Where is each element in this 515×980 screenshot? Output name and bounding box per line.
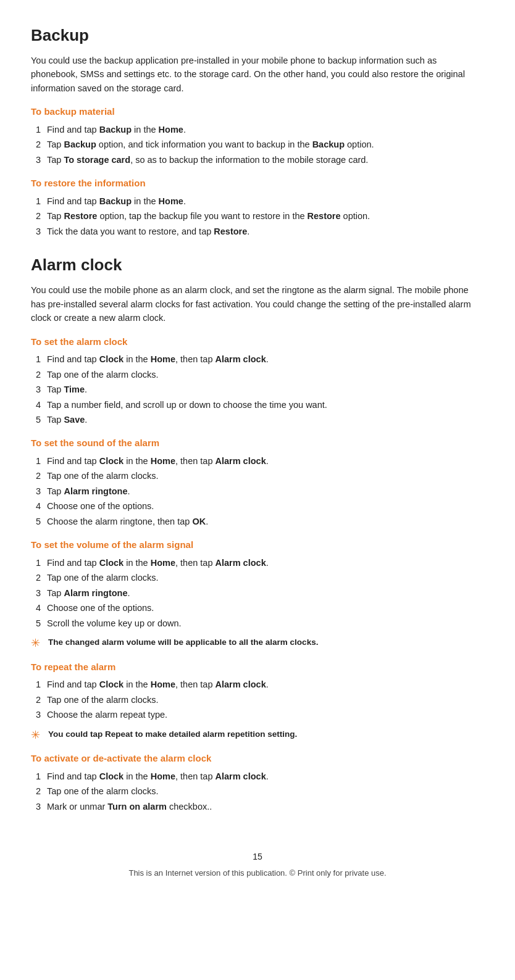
tip-text: You could tap Repeat to make detailed al…	[48, 728, 297, 741]
alarm-title: Alarm clock	[31, 253, 484, 277]
list-item: 1Find and tap Backup in the Home.	[31, 194, 484, 208]
set-alarm-clock-steps: 1Find and tap Clock in the Home, then ta…	[31, 352, 484, 426]
list-item: 5Choose the alarm ringtone, then tap OK.	[31, 515, 484, 528]
activate-alarm-heading: To activate or de-activate the alarm clo…	[31, 752, 484, 766]
list-item: 5Tap Save.	[31, 413, 484, 426]
list-item: 2Tap one of the alarm clocks.	[31, 784, 484, 798]
set-alarm-sound-steps: 1Find and tap Clock in the Home, then ta…	[31, 454, 484, 528]
list-item: 3Tap To storage card, so as to backup th…	[31, 153, 484, 167]
list-item: 2Tap one of the alarm clocks.	[31, 469, 484, 483]
list-item: 1Find and tap Clock in the Home, then ta…	[31, 556, 484, 570]
tip-icon: ✳	[31, 637, 43, 650]
set-alarm-clock-heading: To set the alarm clock	[31, 335, 484, 349]
tip-text: The changed alarm volume will be applica…	[48, 636, 318, 649]
list-item: 4Choose one of the options.	[31, 601, 484, 615]
list-item: 1Find and tap Backup in the Home.	[31, 123, 484, 136]
set-alarm-sound-heading: To set the sound of the alarm	[31, 436, 484, 451]
repeat-alarm-steps: 1Find and tap Clock in the Home, then ta…	[31, 678, 484, 721]
backup-material-steps: 1Find and tap Backup in the Home. 2Tap B…	[31, 123, 484, 167]
backup-material-heading: To backup material	[31, 105, 484, 119]
list-item: 2Tap Restore option, tap the backup file…	[31, 209, 484, 223]
activate-alarm-steps: 1Find and tap Clock in the Home, then ta…	[31, 770, 484, 813]
list-item: 1Find and tap Clock in the Home, then ta…	[31, 352, 484, 366]
list-item: 2Tap one of the alarm clocks.	[31, 693, 484, 707]
list-item: 3Tap Alarm ringtone.	[31, 484, 484, 498]
list-item: 1Find and tap Clock in the Home, then ta…	[31, 770, 484, 783]
list-item: 3Mark or unmar Turn on alarm checkbox..	[31, 800, 484, 813]
alarm-intro: You could use the mobile phone as an ala…	[31, 283, 484, 325]
backup-intro: You could use the backup application pre…	[31, 54, 484, 95]
repeat-alarm-tip: ✳ You could tap Repeat to make detailed …	[31, 728, 484, 742]
set-alarm-volume-steps: 1Find and tap Clock in the Home, then ta…	[31, 556, 484, 630]
tip-icon: ✳	[31, 729, 43, 742]
alarm-volume-tip: ✳ The changed alarm volume will be appli…	[31, 636, 484, 650]
list-item: 1Find and tap Clock in the Home, then ta…	[31, 454, 484, 468]
restore-info-heading: To restore the information	[31, 176, 484, 191]
list-item: 2Tap Backup option, and tick information…	[31, 138, 484, 151]
list-item: 1Find and tap Clock in the Home, then ta…	[31, 678, 484, 691]
list-item: 3Tap Time.	[31, 383, 484, 396]
copyright-text: This is an Internet version of this publ…	[128, 868, 386, 878]
repeat-alarm-heading: To repeat the alarm	[31, 660, 484, 675]
page-footer: 15 This is an Internet version of this p…	[31, 850, 484, 879]
list-item: 5Scroll the volume key up or down.	[31, 617, 484, 630]
list-item: 3Tap Alarm ringtone.	[31, 586, 484, 600]
list-item: 3Choose the alarm repeat type.	[31, 708, 484, 721]
list-item: 4Choose one of the options.	[31, 499, 484, 513]
list-item: 2Tap one of the alarm clocks.	[31, 571, 484, 584]
backup-title: Backup	[31, 23, 484, 48]
page-number: 15	[31, 850, 484, 863]
set-alarm-volume-heading: To set the volume of the alarm signal	[31, 538, 484, 552]
list-item: 4Tap a number field, and scroll up or do…	[31, 398, 484, 412]
restore-info-steps: 1Find and tap Backup in the Home. 2Tap R…	[31, 194, 484, 238]
list-item: 3Tick the data you want to restore, and …	[31, 225, 484, 238]
list-item: 2Tap one of the alarm clocks.	[31, 368, 484, 381]
